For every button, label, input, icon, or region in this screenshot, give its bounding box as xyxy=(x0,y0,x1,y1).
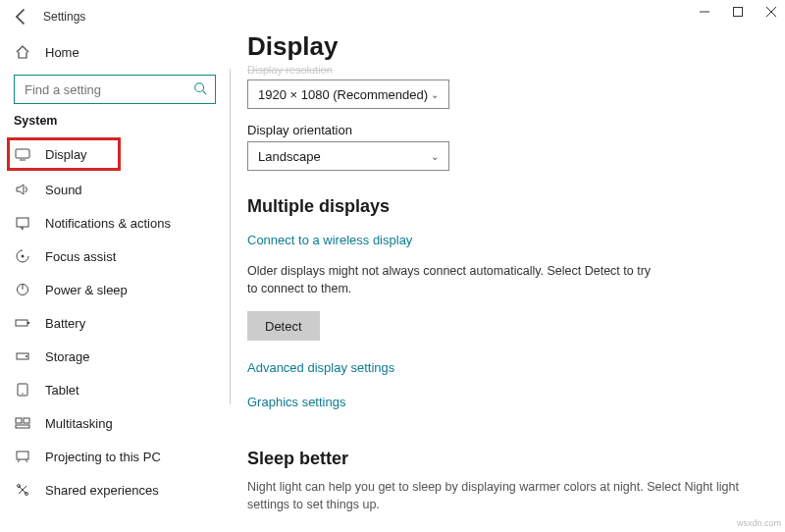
sidebar-item-label: Focus assist xyxy=(45,249,116,264)
cut-resolution-label: Display resolution xyxy=(247,64,779,76)
svg-rect-13 xyxy=(27,322,29,324)
sidebar: Home System Display Sound Notifications … xyxy=(0,33,230,532)
sidebar-item-label: Sound xyxy=(45,183,82,197)
display-icon xyxy=(14,146,31,162)
detect-button[interactable]: Detect xyxy=(247,311,320,341)
back-button[interactable] xyxy=(12,7,31,27)
vertical-divider xyxy=(230,69,231,404)
close-icon xyxy=(766,7,776,17)
sidebar-item-power-sleep[interactable]: Power & sleep xyxy=(14,273,230,306)
multiple-displays-heading: Multiple displays xyxy=(247,196,779,217)
graphics-settings-link[interactable]: Graphics settings xyxy=(247,395,345,409)
chevron-down-icon: ⌄ xyxy=(431,151,439,162)
sidebar-item-battery[interactable]: Battery xyxy=(14,306,230,340)
focus-assist-icon xyxy=(14,248,31,264)
sidebar-item-label: Multitasking xyxy=(45,416,113,431)
sidebar-item-label: Display xyxy=(45,147,87,162)
sleep-better-heading: Sleep better xyxy=(247,449,779,469)
svg-rect-8 xyxy=(17,218,28,227)
sidebar-item-sound[interactable]: Sound xyxy=(14,173,230,206)
maximize-button[interactable] xyxy=(730,4,746,20)
svg-point-4 xyxy=(195,82,204,91)
svg-rect-21 xyxy=(17,452,28,459)
sidebar-item-shared-experiences[interactable]: Shared experiences xyxy=(14,473,230,506)
shared-experiences-icon xyxy=(14,482,31,498)
sidebar-item-projecting[interactable]: Projecting to this PC xyxy=(14,440,230,473)
page-title: Display xyxy=(247,31,779,62)
arrow-left-icon xyxy=(12,7,31,27)
sound-icon xyxy=(14,182,31,197)
orientation-dropdown[interactable]: Landscape ⌄ xyxy=(247,141,449,171)
svg-rect-19 xyxy=(24,418,29,423)
sleep-better-body: Night light can help you get to sleep by… xyxy=(247,479,779,513)
sidebar-item-notifications[interactable]: Notifications & actions xyxy=(14,206,230,239)
svg-rect-18 xyxy=(16,418,22,423)
sidebar-item-label: Tablet xyxy=(45,383,79,398)
window-controls xyxy=(697,0,785,20)
svg-rect-6 xyxy=(16,149,29,158)
search-input[interactable] xyxy=(23,81,193,98)
close-button[interactable] xyxy=(763,4,779,20)
tablet-icon xyxy=(14,382,31,398)
home-label: Home xyxy=(45,45,79,60)
sidebar-item-focus-assist[interactable]: Focus assist xyxy=(14,239,230,273)
svg-line-5 xyxy=(203,90,207,94)
resolution-dropdown[interactable]: 1920 × 1080 (Recommended) ⌄ xyxy=(247,80,449,109)
home-icon xyxy=(14,44,31,60)
watermark: wsxdn.com xyxy=(737,518,781,528)
home-button[interactable]: Home xyxy=(14,35,230,69)
svg-point-15 xyxy=(26,355,27,357)
chevron-down-icon: ⌄ xyxy=(431,89,439,100)
multitasking-icon xyxy=(14,415,31,431)
orientation-value: Landscape xyxy=(258,149,321,164)
power-icon xyxy=(14,282,31,297)
advanced-display-link[interactable]: Advanced display settings xyxy=(247,360,394,375)
window-title: Settings xyxy=(43,10,85,24)
sidebar-item-multitasking[interactable]: Multitasking xyxy=(14,406,230,440)
sidebar-group-label: System xyxy=(14,114,230,128)
sidebar-item-label: Notifications & actions xyxy=(45,216,171,231)
svg-rect-1 xyxy=(734,8,743,17)
svg-point-9 xyxy=(22,255,25,258)
orientation-label: Display orientation xyxy=(247,123,779,137)
sidebar-item-label: Shared experiences xyxy=(45,483,159,498)
content-area: Display Display resolution 1920 × 1080 (… xyxy=(247,24,779,532)
sidebar-item-label: Power & sleep xyxy=(45,283,128,297)
notifications-icon xyxy=(14,215,31,231)
svg-rect-20 xyxy=(16,425,29,428)
resolution-value: 1920 × 1080 (Recommended) xyxy=(258,87,428,102)
sidebar-item-display[interactable]: Display xyxy=(7,137,121,171)
sidebar-item-tablet[interactable]: Tablet xyxy=(14,373,230,406)
minimize-button[interactable] xyxy=(697,4,712,20)
sidebar-item-storage[interactable]: Storage xyxy=(14,340,230,373)
battery-icon xyxy=(14,315,31,331)
detect-hint-text: Older displays might not always connect … xyxy=(247,263,659,297)
search-box[interactable] xyxy=(14,75,216,104)
connect-wireless-link[interactable]: Connect to a wireless display xyxy=(247,233,412,247)
search-icon xyxy=(193,81,207,98)
svg-rect-12 xyxy=(16,320,27,326)
projecting-icon xyxy=(14,449,31,464)
sidebar-item-label: Storage xyxy=(45,349,90,364)
storage-icon xyxy=(14,348,31,364)
sidebar-item-label: Battery xyxy=(45,316,85,331)
svg-point-17 xyxy=(22,393,23,394)
maximize-icon xyxy=(733,7,743,17)
minimize-icon xyxy=(700,7,709,17)
sidebar-item-label: Projecting to this PC xyxy=(45,450,161,464)
